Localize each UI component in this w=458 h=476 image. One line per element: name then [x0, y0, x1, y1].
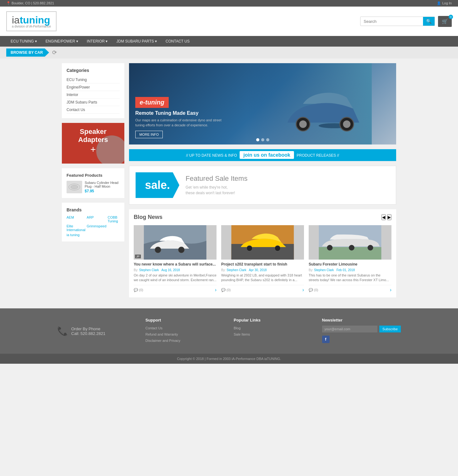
blog-footer-3: 💬 (0) ›	[309, 285, 391, 293]
banner-plus-icon: +	[67, 144, 120, 155]
cart-button[interactable]: 🛒 0	[438, 16, 452, 27]
blog-excerpt-2: Weighing in at 2932 LB, and equipped wit…	[221, 273, 304, 283]
fb-suffix: PRODUCT RELEASES //	[297, 153, 339, 158]
blog-card: JP You never know where a Subaru will su…	[134, 225, 217, 293]
blog-title-2: Project s202 transplant start to finish	[221, 262, 304, 267]
logo-box[interactable]: iatuning a division of iA-Performance	[6, 11, 57, 31]
facebook-icon[interactable]: f	[322, 336, 330, 343]
list-item: Contact Us	[146, 326, 225, 330]
blog-next-button[interactable]: ▶	[387, 214, 391, 220]
category-engine[interactable]: Engine/Power	[67, 85, 90, 89]
phone-info: Order By Phone Call: 520.882.2821	[71, 327, 105, 336]
slider-dot-1[interactable]	[256, 138, 259, 141]
nav-engine-power[interactable]: ENGINE/POWER ▾	[41, 36, 82, 47]
list-item: Disclaimer and Privacy	[146, 338, 225, 343]
nav-contact-us[interactable]: CONTACT US	[161, 36, 194, 47]
main-content: e-tuning Remote Tuning Made Easy Our map…	[129, 63, 396, 297]
browse-by-car-button[interactable]: BROWSE BY CAR	[6, 48, 49, 57]
brands-grid: AEM ARP COBB Tuning Elite International …	[67, 215, 120, 237]
hero-title: Remote Tuning Made Easy	[135, 110, 223, 116]
read-more-1[interactable]: ›	[215, 287, 217, 293]
blog-title: Blog News	[134, 214, 162, 220]
newsletter-email-input[interactable]	[322, 326, 378, 332]
fb-join-text: join us on facebook	[240, 151, 294, 159]
blog-card: Project s202 transplant start to finish …	[221, 225, 304, 293]
comments-1: 💬 (0)	[134, 288, 143, 292]
search-button[interactable]: 🔍	[423, 17, 435, 26]
comments-3: 💬 (0)	[309, 288, 318, 292]
list-item: JDM Subaru Parts	[67, 99, 120, 106]
blog-meta-2: By: Stephen Clark Apr 30, 2018	[221, 268, 304, 272]
search-input[interactable]	[361, 17, 423, 26]
category-ecu[interactable]: ECU Tuning	[67, 78, 87, 82]
product-item: Subaru Cylinder Head Plug - Half Moon $7…	[67, 181, 120, 193]
brand-cobb[interactable]: COBB Tuning	[108, 215, 120, 223]
main-nav: ECU TUNING ▾ ENGINE/POWER ▾ INTERIOR ▾ J…	[0, 36, 458, 47]
list-item: Blog	[234, 326, 313, 330]
footer-phone: 📞 Order By Phone Call: 520.882.2821	[57, 318, 136, 344]
content-wrapper: Categories ECU Tuning Engine/Power Inter…	[57, 58, 401, 302]
blog-link[interactable]: Blog	[234, 326, 241, 330]
hero-content: e-tuning Remote Tuning Made Easy Our map…	[135, 97, 223, 138]
list-item: ECU Tuning	[67, 76, 120, 84]
category-interior[interactable]: Interior	[67, 93, 78, 97]
brand-elite[interactable]: Elite International	[67, 224, 86, 232]
sale-banner[interactable]: sale. Featured Sale Items Get 'em while …	[129, 166, 396, 205]
svg-point-14	[275, 246, 281, 251]
blog-section: Blog News ◀ ▶	[129, 209, 396, 297]
brand-aem[interactable]: AEM	[67, 215, 86, 223]
subscribe-button[interactable]: Subscribe	[379, 326, 401, 332]
login-link[interactable]: 👤 Log In	[437, 1, 452, 5]
support-title: Support	[146, 318, 225, 322]
blog-prev-button[interactable]: ◀	[381, 214, 386, 220]
product-price: $7.95	[85, 189, 120, 193]
read-more-3[interactable]: ›	[390, 287, 391, 293]
brands-section: Brands AEM ARP COBB Tuning Elite Interna…	[62, 203, 124, 241]
blog-tag-1: JP	[135, 255, 141, 258]
contact-us-link[interactable]: Contact Us	[146, 326, 162, 330]
categories-list: ECU Tuning Engine/Power Interior JDM Sub…	[67, 76, 120, 114]
nav-jdm-parts[interactable]: JDM SUBARU PARTS ▾	[112, 36, 161, 47]
facebook-banner[interactable]: // UP TO DATE NEWS & INFO join us on fac…	[129, 149, 396, 161]
disclaimer-link[interactable]: Disclaimer and Privacy	[146, 339, 181, 342]
sale-items-link[interactable]: Sale Items	[234, 332, 250, 336]
hero-slider: e-tuning Remote Tuning Made Easy Our map…	[129, 63, 396, 144]
slider-dot-2[interactable]	[261, 138, 264, 141]
read-more-2[interactable]: ›	[302, 287, 304, 293]
hero-desc: Our maps are a culmination of extensive …	[135, 118, 223, 128]
browse-bar: BROWSE BY CAR ⟳	[0, 47, 458, 58]
blog-grid: JP You never know where a Subaru will su…	[134, 225, 391, 293]
comments-2: 💬 (0)	[221, 288, 231, 292]
slider-dots	[256, 138, 269, 141]
category-contact[interactable]: Contact Us	[67, 108, 85, 112]
product-thumbnail	[67, 181, 82, 193]
product-info: Subaru Cylinder Head Plug - Half Moon $7…	[85, 181, 120, 193]
blog-nav: ◀ ▶	[381, 214, 391, 220]
hero-more-info-button[interactable]: MORE INFO	[135, 131, 163, 138]
hero-inner: e-tuning Remote Tuning Made Easy Our map…	[129, 63, 396, 144]
nav-interior[interactable]: INTERIOR ▾	[82, 36, 112, 47]
category-jdm[interactable]: JDM Subaru Parts	[67, 100, 97, 104]
blog-image-3	[309, 225, 391, 260]
svg-point-19	[349, 245, 355, 251]
top-bar: 📍 Boulder, CO | 520.882.2821 👤 Log In	[0, 0, 458, 7]
fb-prefix: // UP TO DATE NEWS & INFO	[186, 153, 237, 158]
speaker-adapters-banner[interactable]: Speaker Adapters +	[62, 123, 124, 164]
social-icons: f	[322, 336, 401, 343]
sidebar-categories: Categories ECU Tuning Engine/Power Inter…	[62, 63, 124, 118]
slider-dot-3[interactable]	[266, 138, 269, 141]
nav-ecu-tuning[interactable]: ECU TUNING ▾	[6, 36, 41, 47]
location-text: 📍 Boulder, CO | 520.882.2821	[6, 1, 54, 5]
logo-text: iatuning	[12, 14, 50, 26]
svg-point-10	[178, 247, 185, 253]
brand-arp[interactable]: ARP	[87, 215, 107, 223]
brand-grimmspeed[interactable]: Grimmspeed	[87, 224, 107, 232]
popular-title: Popular Links	[234, 318, 313, 322]
support-links: Contact Us Refund and Warranty Disclaime…	[146, 326, 225, 343]
list-item: Contact Us	[67, 106, 120, 114]
refund-warranty-link[interactable]: Refund and Warranty	[146, 332, 178, 336]
brand-iatuning[interactable]: ia tuning	[67, 233, 86, 237]
svg-point-1	[71, 185, 78, 189]
order-by-phone-label: Order By Phone	[71, 327, 105, 331]
categories-title: Categories	[67, 68, 120, 73]
